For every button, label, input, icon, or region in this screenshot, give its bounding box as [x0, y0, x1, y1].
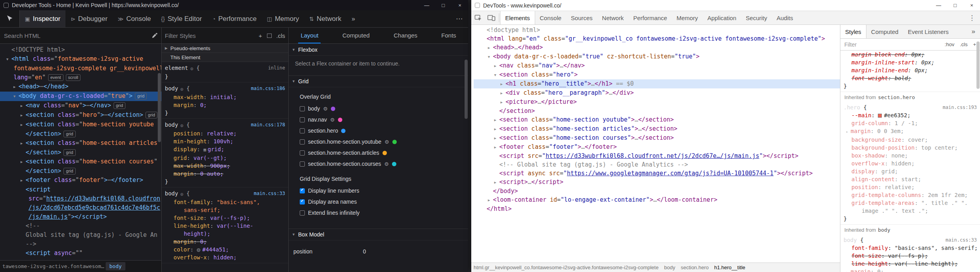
css-declaration[interactable]: font-size: var(--fs-p); — [165, 214, 285, 222]
rule-selector[interactable]: body — [165, 122, 178, 128]
expand-arrow-icon[interactable]: ▶ — [494, 125, 499, 133]
tab-debugger[interactable]: ⊳Debugger — [65, 10, 112, 27]
stylesheet-link[interactable]: main.css:33 — [946, 236, 977, 244]
expand-arrow-icon[interactable]: ▶ — [500, 89, 506, 98]
checkbox[interactable] — [300, 161, 305, 167]
rule-selector[interactable]: body — [844, 237, 857, 243]
dom-tree-row[interactable]: ▶<loom-container id="lo-engage-ext-conta… — [474, 195, 840, 204]
tab-sources[interactable]: Sources — [566, 11, 597, 24]
breadcrumb-item[interactable]: section.hero — [681, 264, 709, 270]
css-declaration[interactable]: margin-inline-end: 0px; — [844, 66, 977, 74]
grid-toggle-icon[interactable]: ▦ — [203, 147, 206, 152]
maximize-button[interactable]: □ — [947, 0, 963, 11]
expand-arrow-icon[interactable]: ▶ — [21, 139, 26, 148]
dom-tree-row[interactable]: <script async src="https://www.googletag… — [474, 169, 840, 178]
dom-tree-row[interactable]: ▼<body data-gr-c-s-loaded="true" cz-shor… — [474, 52, 840, 61]
toggle-pseudo-state-button[interactable]: :hov — [945, 41, 954, 47]
tab-fonts[interactable]: Fonts — [439, 28, 459, 43]
css-declaration[interactable]: background-size: cover; — [844, 136, 977, 144]
search-html-bar[interactable]: Search HTML — [0, 28, 162, 43]
dom-tree-row[interactable]: <html lang="en" class="gr__kevinpowell_c… — [474, 34, 840, 43]
node-picker-button[interactable] — [0, 10, 20, 27]
close-button[interactable]: × — [452, 0, 468, 10]
css-declaration[interactable]: grid-template-columns: 2em 1fr 2em; — [844, 191, 977, 199]
stylesheet-link[interactable]: main.css:186 — [251, 84, 285, 92]
dom-tree-row[interactable]: ▶<head>…</head> — [474, 43, 840, 52]
expand-arrow-icon[interactable]: ▶ — [494, 143, 499, 152]
checkbox[interactable] — [300, 210, 305, 216]
new-style-rule-button[interactable]: + — [973, 41, 976, 47]
css-declaration[interactable]: align-content: start; — [844, 175, 977, 183]
tab-elements[interactable]: Elements — [500, 11, 535, 24]
expand-arrow-icon[interactable]: ▶ — [488, 196, 493, 204]
tab-styles[interactable]: Styles — [840, 25, 866, 38]
gear-icon[interactable]: ⚙ — [384, 161, 389, 167]
css-declaration[interactable]: margin: 0 auto; — [165, 170, 285, 178]
grid-badge[interactable]: grid — [146, 112, 157, 118]
scrollbar-thumb[interactable] — [976, 41, 980, 89]
search-html-input[interactable]: Search HTML — [4, 32, 41, 39]
rules-section-header[interactable]: ▶Pseudo-elements — [162, 44, 288, 53]
event-badge[interactable]: event — [48, 74, 63, 81]
dom-tree-row[interactable]: <script — [0, 185, 161, 194]
css-declaration[interactable]: margin: 0; — [165, 101, 285, 109]
gear-icon[interactable]: ⚙ — [323, 106, 328, 112]
scroll-badge[interactable]: scroll — [66, 74, 81, 81]
dom-tree-row[interactable]: fontawesome-i2svg-complete gr__kevinpowe… — [0, 64, 161, 73]
css-declaration[interactable]: display: grid; — [844, 167, 977, 175]
dom-tree-row[interactable]: ▶<section class="home-section courses" — [0, 157, 161, 167]
expand-arrow-icon[interactable]: ▶ — [500, 80, 506, 88]
layout-scrollbar[interactable] — [464, 57, 468, 259]
dom-tree-row[interactable]: </section> — [474, 107, 840, 115]
rules-section-header[interactable]: This Element — [162, 53, 288, 62]
grid-badge[interactable]: grid — [63, 149, 75, 156]
meatball-menu-icon[interactable]: ⋯ — [456, 15, 463, 23]
stylesheet-link[interactable]: main.css:193 — [943, 103, 977, 111]
tab-overflow-chevron-icon[interactable]: » — [346, 10, 360, 27]
print-simulation-icon[interactable] — [267, 34, 272, 38]
css-declaration[interactable]: grid-template-areas: ". title ." ". — [844, 199, 977, 207]
inherited-element-link[interactable]: section.hero — [878, 94, 915, 100]
dom-tree-row[interactable]: ▶<section class="hero">⋯</section>grid — [0, 111, 161, 120]
css-declaration[interactable]: color: #444a51; — [165, 246, 285, 253]
tab-console[interactable]: ≫Console — [113, 10, 156, 27]
breadcrumb-item[interactable]: h1.hero__title — [714, 264, 745, 270]
css-declaration[interactable]: margin-block-end: 0px; — [844, 51, 977, 58]
gear-icon[interactable]: ⚙ — [385, 139, 389, 145]
grid-overlay-row[interactable]: section.hero — [289, 125, 468, 136]
color-swatch[interactable] — [197, 248, 200, 252]
dom-tree-row[interactable]: src="https://d33wubrfki0l68.cloudfron — [0, 194, 161, 203]
dom-tree-row[interactable]: ▼<html class="fontawesome-i2svg-active — [0, 54, 161, 64]
add-rule-button[interactable]: + — [259, 32, 262, 39]
close-button[interactable]: × — [963, 0, 980, 11]
expand-arrow-icon[interactable]: ▶ — [494, 116, 499, 124]
gear-icon[interactable]: ⚙ — [330, 117, 335, 123]
dom-tree-row[interactable]: <!-- — [0, 221, 161, 231]
tab-security[interactable]: Security — [741, 11, 772, 24]
color-swatch[interactable] — [878, 114, 882, 118]
styles-scrollbar[interactable] — [976, 38, 980, 259]
dom-tree-row[interactable]: ▼<body data-gr-c-s-loaded="true">grid — [0, 92, 161, 101]
rule-selector[interactable]: element — [165, 65, 188, 71]
tab-network[interactable]: ⇅Network — [304, 10, 346, 27]
css-declaration[interactable]: min-height: 100vh; — [165, 137, 285, 145]
inherited-element-link[interactable]: body — [878, 227, 890, 233]
css-declaration[interactable]: --main: #ee6352; — [844, 111, 977, 119]
dom-tree-row[interactable]: </section>grid — [0, 148, 161, 157]
expand-arrow-icon[interactable]: ▼ — [494, 71, 499, 79]
stylesheet-link[interactable]: inline — [268, 64, 285, 72]
highlight-target-icon[interactable]: ◎ — [190, 66, 193, 71]
grid-overlay-row[interactable]: section.home-section.articles — [289, 147, 468, 158]
stylesheet-link[interactable]: main.css:178 — [251, 121, 285, 129]
dom-tree-row[interactable]: ▶<picture>…</picture> — [474, 98, 840, 107]
checkbox[interactable] — [300, 199, 305, 204]
toggle-classes-button[interactable]: .cls — [960, 41, 968, 47]
tab-computed[interactable]: Computed — [340, 28, 372, 43]
dom-tree-row[interactable]: ▶<section class="home-section articles">… — [474, 124, 840, 133]
css-declaration[interactable]: grid: var(--gt); — [165, 154, 285, 162]
dom-tree-row[interactable]: ▶<footer class="footer">…</footer> — [474, 143, 840, 152]
expand-arrow-icon[interactable]: ▶ — [500, 98, 506, 107]
dom-tree-row[interactable]: ▶<nav class="nav">…</nav> — [474, 61, 840, 70]
tab-application[interactable]: Application — [703, 11, 741, 24]
tab-computed[interactable]: Computed — [866, 25, 903, 38]
